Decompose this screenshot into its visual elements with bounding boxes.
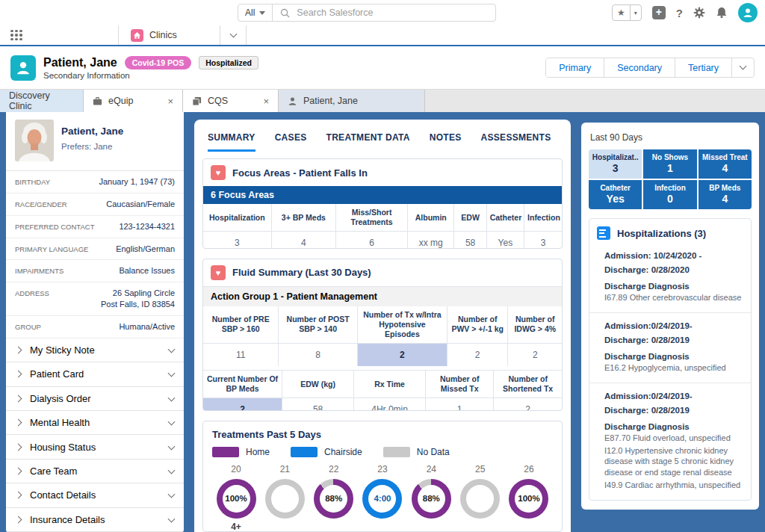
close-icon[interactable]: ×	[167, 96, 173, 107]
home-icon	[131, 29, 143, 42]
stat-catheter[interactable]: Catheter Yes	[589, 180, 642, 209]
chevron-right-icon	[15, 516, 22, 523]
workspace-tab-cqs[interactable]: CQS ×	[183, 90, 279, 112]
stat-infection[interactable]: Infection 0	[643, 180, 696, 209]
treatment-day-25[interactable]: 25	[459, 464, 501, 532]
search-icon	[280, 8, 290, 18]
close-icon[interactable]: ×	[263, 96, 269, 107]
patient-sidebar: Patient, Jane Prefers: Jane BIRTHDAY Jan…	[6, 112, 184, 532]
chevron-down-icon	[168, 418, 176, 426]
stat-hospitalizations[interactable]: Hospitalizat.. 3	[589, 149, 642, 179]
workspace-tab-discovery-clinic[interactable]: Discovery Clinic	[0, 90, 84, 112]
quick-add-icon[interactable]: +	[652, 6, 666, 19]
discharge-date: Discharge: 0/28/2020	[604, 265, 742, 274]
treatment-day-20[interactable]: 20 100% 4+	[215, 464, 257, 532]
hospitalization-entry: Admission: 10/24/2020 - Discharge: 0/28/…	[589, 243, 751, 313]
sidebar-section-patient-card[interactable]: Patient Card	[6, 362, 184, 386]
highlighted-cell: 2	[203, 398, 282, 411]
secondary-button[interactable]: Secondary	[604, 58, 675, 77]
chevron-right-icon	[15, 492, 22, 499]
sidebar-section-mental-health[interactable]: Mental Health	[6, 411, 184, 435]
sidebar-section-care-team[interactable]: Care Team	[6, 460, 184, 483]
field-impairments: IMPAIRMENTS Balance Issues	[6, 260, 184, 282]
focus-areas-title: Focus Areas - Patient Falls In	[232, 167, 368, 179]
person-icon	[15, 60, 31, 76]
chevron-down-icon	[168, 394, 176, 401]
donut-chart: 88%	[314, 479, 353, 519]
global-header: All Search Salesforce ★ ▾ + ?	[0, 0, 765, 25]
notifications-bell-icon[interactable]	[716, 7, 728, 19]
chevron-down-icon	[168, 467, 176, 474]
sidebar-section-dialysis-order[interactable]: Dialysis Order	[6, 387, 184, 411]
sidebar-patient-name: Patient, Jane	[61, 126, 123, 137]
console-content: Patient, Jane Prefers: Jane BIRTHDAY Jan…	[0, 112, 765, 532]
focus-areas-panel: ♥ Focus Areas - Patient Falls In 6 Focus…	[202, 158, 563, 249]
workspace-tab-equip[interactable]: eQuip ×	[84, 90, 183, 112]
treatment-day-26[interactable]: 26 100%	[508, 464, 550, 532]
admission-date: Admission:0/24/2019-	[604, 321, 742, 330]
patient-profile: Patient, Jane Prefers: Jane	[6, 112, 184, 171]
donut-chart: 100%	[509, 479, 548, 519]
global-search[interactable]: All Search Salesforce	[238, 4, 496, 22]
action-group-title: Action Group 1 - Patient Management	[203, 286, 562, 306]
legend-home: Home	[212, 447, 270, 457]
nav-tab-dropdown[interactable]	[220, 25, 247, 45]
legend-no-data: No Data	[383, 447, 450, 457]
hospitalization-entry: Admission:0/24/2019- Discharge: 0/28/201…	[589, 383, 751, 500]
chairside-swatch	[291, 447, 318, 457]
fluid-summary-values-row-1: 11 8 2 2 2	[203, 344, 562, 367]
tertiary-button[interactable]: Tertiary	[675, 58, 731, 77]
stat-bp-meds[interactable]: BP Meds 4	[699, 180, 752, 209]
setup-gear-icon[interactable]	[693, 7, 705, 19]
diagnosis-label: Discharge Diagnosis	[604, 352, 742, 361]
chevron-right-icon	[15, 443, 22, 451]
no-data-swatch	[383, 447, 410, 457]
treatment-day-22[interactable]: 22 88%	[313, 464, 355, 532]
diagnosis-text: E16.2 Hypoglycemia, unspecified	[604, 362, 742, 374]
field-preferred-contact: PREFERRED CONTACT 123-1234-4321	[6, 216, 184, 238]
tab-assessments[interactable]: ASSESSMENTS	[481, 132, 551, 152]
chevron-down-icon	[229, 30, 237, 37]
right-summary-panel: Last 90 Days Hospitalizat.. 3 No Shows 1…	[581, 123, 759, 510]
tab-notes[interactable]: NOTES	[430, 132, 462, 152]
sidebar-section-housing-status[interactable]: Housing Status	[6, 435, 184, 459]
treatment-day-23[interactable]: 23 4:00	[362, 464, 403, 532]
treatment-day-24[interactable]: 24 88%	[410, 464, 452, 532]
favorites-dropdown-icon[interactable]: ▾	[630, 5, 641, 20]
favorites-control[interactable]: ★ ▾	[612, 4, 642, 21]
nav-tab-clinics[interactable]: Clinics	[118, 25, 220, 45]
field-group: GROUP Humana/Active	[6, 316, 184, 338]
more-actions-dropdown[interactable]	[731, 58, 754, 77]
donut-chart: 88%	[412, 479, 451, 519]
favorites-star-icon[interactable]: ★	[613, 5, 630, 20]
fluid-summary-title: Fluid Summary (Last 30 Days)	[232, 267, 371, 278]
tab-treatment-data[interactable]: TREATMENT DATA	[326, 132, 410, 152]
sidebar-section-contact-details[interactable]: Contact Details	[6, 483, 184, 507]
hospitalizations-card: Hospitalizations (3) Admission: 10/24/20…	[589, 218, 752, 501]
app-launcher-icon[interactable]	[10, 30, 22, 41]
treatment-day-21[interactable]: 21	[264, 464, 306, 532]
tab-summary[interactable]: SUMMARY	[208, 132, 255, 152]
record-tab-bar: SUMMARY CASES TREATMENT DATA NOTES ASSES…	[194, 120, 571, 152]
help-icon[interactable]: ?	[676, 7, 683, 19]
summary-panels: ♥ Focus Areas - Patient Falls In 6 Focus…	[194, 152, 571, 532]
search-input[interactable]: Search Salesforce	[273, 7, 495, 18]
chevron-down-icon	[168, 491, 176, 498]
focus-areas-banner: 6 Focus Areas	[203, 186, 562, 204]
user-avatar[interactable]	[738, 3, 758, 22]
stat-missed-treatments[interactable]: Missed Treat 4	[699, 149, 752, 179]
tab-cases[interactable]: CASES	[275, 132, 307, 152]
workspace-tab-patient-jane[interactable]: Patient, Jane	[279, 90, 425, 112]
stat-no-shows[interactable]: No Shows 1	[643, 149, 696, 179]
field-birthday: BIRTHDAY January 1, 1947 (73)	[6, 171, 184, 194]
stats-grid: Hospitalizat.. 3 No Shows 1 Missed Treat…	[589, 149, 752, 209]
search-scope-selector[interactable]: All	[238, 4, 273, 21]
chevron-right-icon	[15, 395, 22, 402]
donut-chart	[265, 479, 305, 519]
donut-chart: 100%	[217, 479, 256, 519]
primary-button[interactable]: Primary	[546, 58, 604, 77]
hospitalization-entry: Admission:0/24/2019- Discharge: 0/28/201…	[589, 313, 751, 383]
sidebar-section-insurance-details[interactable]: Insurance Details	[6, 508, 184, 532]
sidebar-section-my-sticky-note[interactable]: My Sticky Note	[6, 338, 184, 362]
fluid-summary-table-1: Number of PRE SBP > 160 Number of POST S…	[203, 306, 562, 366]
